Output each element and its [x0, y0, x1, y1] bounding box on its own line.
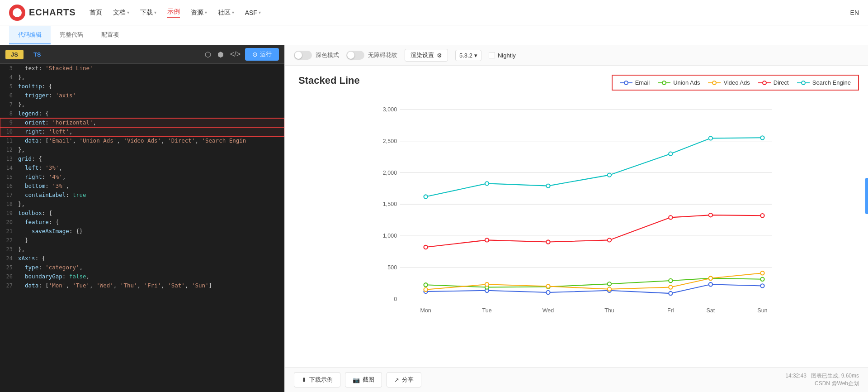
legend-item-search-engine[interactable]: Search Engine	[797, 79, 851, 86]
nightly-group: Nightly	[489, 52, 516, 59]
svg-point-64	[709, 136, 712, 140]
nightly-checkbox[interactable]	[489, 52, 495, 58]
cube-outline-icon[interactable]: ⬢	[217, 50, 224, 59]
share-icon: ↗	[394, 377, 399, 383]
tab-config[interactable]: 配置项	[92, 26, 128, 44]
svg-point-9	[802, 81, 805, 85]
screenshot-button[interactable]: 📷 截图	[345, 372, 382, 387]
code-line: 26 boundaryGap: false,	[0, 272, 284, 281]
svg-point-1	[624, 81, 628, 85]
code-line: 12 },	[0, 145, 284, 154]
render-settings-button[interactable]: 渲染设置 ⚙	[405, 49, 448, 62]
svg-text:3,000: 3,000	[383, 106, 397, 113]
js-lang-button[interactable]: JS	[5, 50, 24, 59]
chart-area: 深色模式 无障碍花纹 渲染设置 ⚙ 5.3.2 ▾ Nightly Stacke…	[285, 45, 868, 392]
main-layout: JS TS ⬡ ⬢ </> ⊙ 运行 3 text: 'Stacked Line…	[0, 45, 868, 392]
logo-icon	[9, 5, 25, 21]
right-edge-indicator	[865, 178, 868, 214]
tab-code-editor[interactable]: 代码编辑	[9, 26, 51, 44]
code-line: 13 grid: {	[0, 154, 284, 163]
legend-item-direct[interactable]: Direct	[758, 79, 789, 86]
download-label: 下载示例	[309, 376, 333, 384]
svg-point-41	[608, 282, 611, 286]
nav-item-download[interactable]: 下载 ▾	[140, 9, 156, 17]
editor-toolbar: JS TS ⬡ ⬢ </> ⊙ 运行	[0, 45, 284, 64]
nav-en[interactable]: EN	[850, 9, 859, 16]
version-select[interactable]: 5.3.2 ▾	[455, 50, 481, 61]
nav-item-docs[interactable]: 文档 ▾	[113, 9, 129, 17]
code-area[interactable]: 3 text: 'Stacked Line' 4 }, 5 tooltip: {…	[0, 64, 284, 392]
svg-point-47	[546, 284, 550, 288]
svg-text:2,500: 2,500	[383, 138, 397, 144]
svg-point-33	[546, 291, 550, 294]
svg-point-5	[712, 81, 716, 85]
code-line: 18 },	[0, 200, 284, 209]
legend-label-search-engine: Search Engine	[812, 79, 851, 86]
credit-text: CSDN @Web企划	[815, 380, 859, 387]
svg-point-56	[669, 215, 672, 219]
svg-point-57	[709, 213, 712, 217]
camera-icon: 📷	[353, 377, 360, 383]
share-button[interactable]: ↗ 分享	[387, 372, 421, 387]
svg-point-51	[760, 271, 764, 275]
code-line-9: 9 orient: 'horizontal',	[0, 118, 284, 127]
legend-item-email[interactable]: Email	[620, 79, 650, 86]
nav-item-community[interactable]: 社区 ▾	[218, 9, 234, 17]
download-icon: ⬇	[302, 377, 307, 383]
code-line: 4 },	[0, 73, 284, 82]
code-editor: JS TS ⬡ ⬢ </> ⊙ 运行 3 text: 'Stacked Line…	[0, 45, 285, 392]
svg-text:Sat: Sat	[706, 307, 715, 314]
nav-item-home[interactable]: 首页	[90, 9, 102, 17]
download-button[interactable]: ⬇ 下载示例	[294, 372, 340, 387]
nightly-label: Nightly	[498, 52, 516, 59]
code-icon[interactable]: </>	[230, 50, 241, 58]
top-nav: ECHARTS 首页 文档 ▾ 下载 ▾ 示例 资源 ▾ 社区 ▾ ASF ▾ …	[0, 0, 868, 25]
run-label: 运行	[260, 50, 272, 58]
accessibility-label: 无障碍花纹	[368, 51, 397, 59]
code-line: 16 bottom: '3%',	[0, 182, 284, 191]
code-line: 14 left: '3%',	[0, 163, 284, 172]
code-line: 20 feature: {	[0, 218, 284, 227]
accessibility-toggle-group: 无障碍花纹	[346, 51, 397, 60]
logo-area: ECHARTS	[9, 5, 76, 21]
nav-item-resources[interactable]: 资源 ▾	[191, 9, 207, 17]
code-line: 7 },	[0, 100, 284, 109]
chart-content: Stacked Line Email Union Ads Video Ads	[285, 66, 868, 367]
run-icon: ⊙	[252, 51, 258, 58]
nav-item-examples[interactable]: 示例	[167, 8, 180, 18]
accessibility-toggle[interactable]	[346, 51, 364, 60]
ts-lang-button[interactable]: TS	[28, 50, 47, 59]
status-message: 图表已生成, 9.60ms	[811, 373, 859, 379]
legend-item-union-ads[interactable]: Union Ads	[658, 79, 700, 86]
dark-mode-toggle[interactable]	[294, 51, 312, 60]
cube-solid-icon[interactable]: ⬡	[205, 50, 211, 59]
svg-point-60	[485, 182, 489, 185]
svg-point-52	[424, 245, 428, 249]
svg-text:2,000: 2,000	[383, 170, 397, 176]
x-axis-labels: Mon Tue Wed Thu Fri Sat Sun	[420, 307, 768, 314]
bottom-info: 14:32:43 图表已生成, 9.60ms CSDN @Web企划	[785, 372, 859, 387]
svg-point-58	[760, 214, 764, 217]
svg-point-7	[763, 81, 766, 85]
legend-label-email: Email	[635, 79, 650, 86]
screenshot-label: 截图	[363, 376, 374, 384]
nav-item-asf[interactable]: ASF ▾	[245, 9, 261, 16]
dark-mode-toggle-group: 深色模式	[294, 51, 339, 60]
svg-point-45	[424, 288, 428, 292]
legend-item-video-ads[interactable]: Video Ads	[708, 79, 750, 86]
svg-text:Mon: Mon	[420, 307, 431, 314]
run-button[interactable]: ⊙ 运行	[245, 48, 279, 61]
svg-point-42	[669, 279, 672, 282]
nav-items: 首页 文档 ▾ 下载 ▾ 示例 资源 ▾ 社区 ▾ ASF ▾ EN	[90, 8, 859, 18]
tab-full-code[interactable]: 完整代码	[51, 26, 92, 44]
svg-point-49	[669, 285, 672, 289]
version-value: 5.3.2	[459, 52, 472, 59]
legend-label-direct: Direct	[774, 79, 789, 86]
svg-text:Thu: Thu	[604, 307, 614, 314]
svg-text:1,000: 1,000	[383, 233, 397, 239]
code-line: 11 data: ['Email', 'Union Ads', 'Video A…	[0, 136, 284, 145]
sub-tabs: 代码编辑 完整代码 配置项	[0, 25, 868, 45]
svg-point-48	[608, 287, 611, 291]
chart-legend: Email Union Ads Video Ads Direct Search …	[612, 75, 859, 91]
code-line: 25 type: 'category',	[0, 263, 284, 272]
